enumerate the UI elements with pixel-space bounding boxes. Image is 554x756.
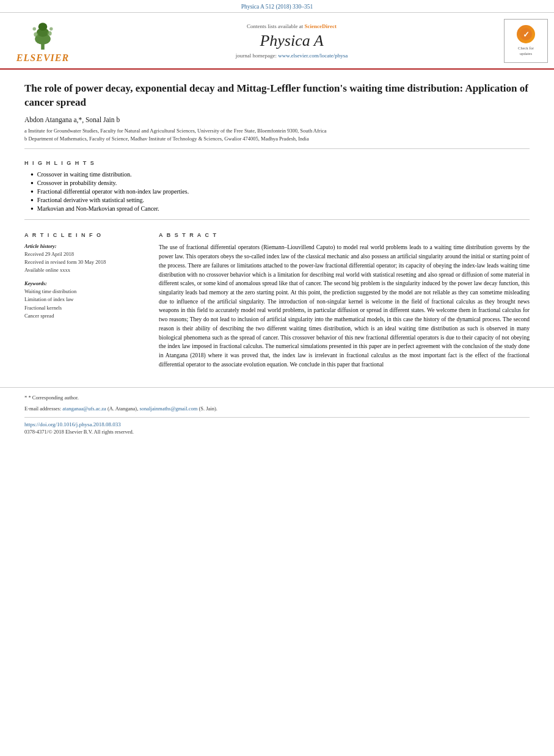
keyword-1: Waiting time distribution — [24, 288, 147, 296]
elsevier-tree-icon — [18, 18, 67, 51]
contents-available-text: Contents lists available at ScienceDirec… — [79, 23, 504, 29]
journal-header: ELSEVIER Contents lists available at Sci… — [0, 13, 554, 70]
check-updates-label: Check forupdates — [518, 46, 534, 56]
affiliation-b: b Department of Mathematics, Faculty of … — [24, 135, 530, 143]
journal-ref-bar: Physica A 512 (2018) 330–351 — [0, 0, 554, 13]
copyright-text: 0378-4371/© 2018 Elsevier B.V. All right… — [24, 429, 530, 435]
abstract-column: A B S T R A C T The use of fractional di… — [159, 225, 530, 369]
keywords-list: Waiting time distribution Limitation of … — [24, 288, 147, 321]
svg-text:✓: ✓ — [523, 30, 530, 39]
title-row: The role of power decay, exponential dec… — [24, 76, 530, 153]
elsevier-logo: ELSEVIER — [6, 18, 79, 64]
homepage-link[interactable]: www.elsevier.com/locate/physa — [278, 53, 348, 59]
section-divider — [24, 219, 530, 220]
article-history-label: Article history: — [24, 243, 147, 249]
title-area: The role of power decay, exponential dec… — [24, 76, 530, 153]
keywords-label: Keywords: — [24, 280, 147, 286]
highlights-heading: H I G H L I G H T S — [24, 160, 530, 166]
footer-divider — [24, 417, 530, 418]
sciencedirect-link[interactable]: ScienceDirect — [305, 23, 337, 29]
highlight-item-4: Fractional derivative with statistical s… — [31, 197, 530, 203]
email-a-name: (A. Atangana), — [108, 405, 138, 412]
journal-homepage-text: journal homepage: www.elsevier.com/locat… — [79, 53, 504, 59]
email-b-name: (S. Jain). — [199, 405, 217, 412]
abstract-text: The use of fractional differential opera… — [159, 243, 530, 369]
info-abstract-columns: A R T I C L E I N F O Article history: R… — [24, 225, 530, 369]
email-a-link[interactable]: atanganaa@ufs.ac.za — [62, 405, 106, 412]
affiliations: a Institute for Groundwater Studies, Fac… — [24, 127, 530, 150]
journal-title: Physica A — [79, 32, 504, 50]
highlight-item-5: Markovian and Non-Markovian spread of Ca… — [31, 205, 530, 212]
available-online: Available online xxxx — [24, 266, 147, 274]
highlight-item-1: Crossover in waiting time distribution. — [31, 171, 530, 178]
article-history-group: Article history: Received 29 April 2018 … — [24, 243, 147, 274]
svg-point-6 — [33, 27, 37, 31]
svg-point-3 — [38, 23, 48, 31]
check-updates-badge: ✓ Check forupdates — [504, 19, 548, 63]
journal-ref-text: Physica A 512 (2018) 330–351 — [241, 4, 313, 10]
keyword-4: Cancer spread — [24, 312, 147, 321]
email-footnote: E-mail addresses: atanganaa@ufs.ac.za (A… — [24, 405, 530, 413]
authors-text: Abdon Atangana a,*, Sonal Jain b — [24, 116, 120, 123]
keywords-group: Keywords: Waiting time distribution Limi… — [24, 280, 147, 321]
affiliation-a: a Institute for Groundwater Studies, Fac… — [24, 127, 530, 135]
article-info-heading: A R T I C L E I N F O — [24, 232, 147, 238]
article-info-column: A R T I C L E I N F O Article history: R… — [24, 225, 147, 369]
doi-link[interactable]: https://doi.org/10.1016/j.physa.2018.08.… — [24, 421, 530, 427]
received-date: Received 29 April 2018 — [24, 250, 147, 258]
email-b-link[interactable]: sonaljainmaths@gmail.com — [139, 405, 197, 412]
svg-point-5 — [47, 31, 51, 35]
article-title: The role of power decay, exponential dec… — [24, 82, 530, 110]
footer-section: * * Corresponding author. E-mail address… — [0, 387, 554, 440]
keyword-2: Limitation of index law — [24, 296, 147, 304]
main-content: The role of power decay, exponential dec… — [0, 70, 554, 381]
highlights-section: H I G H L I G H T S Crossover in waiting… — [24, 160, 530, 212]
authors-line: Abdon Atangana a,*, Sonal Jain b — [24, 116, 530, 123]
keyword-3: Fractional kernels — [24, 304, 147, 313]
highlight-item-3: Fractional differential operator with no… — [31, 188, 530, 195]
highlights-list: Crossover in waiting time distribution. … — [24, 171, 530, 212]
svg-point-4 — [34, 32, 38, 37]
corresponding-author-note: * * Corresponding author. — [24, 394, 530, 402]
svg-point-7 — [49, 27, 53, 31]
check-updates-icon: ✓ — [517, 25, 535, 43]
highlight-item-2: Crossover in probability density. — [31, 180, 530, 186]
received-revised-date: Received in revised form 30 May 2018 — [24, 258, 147, 266]
elsevier-brand-text: ELSEVIER — [16, 53, 69, 64]
abstract-heading: A B S T R A C T — [159, 232, 530, 238]
journal-header-center: Contents lists available at ScienceDirec… — [79, 23, 504, 59]
